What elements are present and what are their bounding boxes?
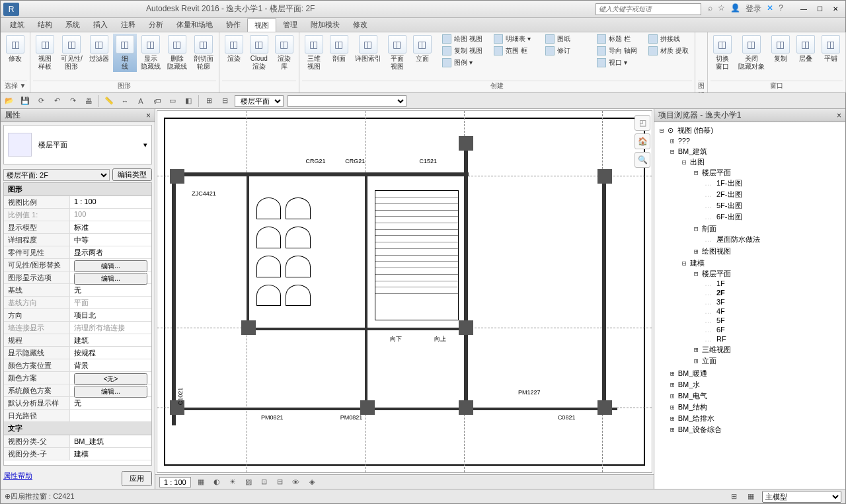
ribbon-mini-图例▾[interactable]: 图例 ▾ xyxy=(440,57,486,68)
prop-group-文字[interactable]: 文字 xyxy=(4,422,151,435)
qa-save-icon[interactable]: 💾 xyxy=(19,95,31,107)
tree-node-5F[interactable]: …5F xyxy=(705,316,837,324)
qa-sync-icon[interactable]: ⟳ xyxy=(35,95,47,107)
prop-value[interactable]: 中等 xyxy=(70,234,151,246)
qa-print-icon[interactable]: 🖶 xyxy=(83,95,95,107)
drawing-canvas[interactable]: CRG21 CRG21 C1521 ZJC4421 向下 向上 PM0821 P… xyxy=(157,110,652,473)
hide-icon[interactable]: 👁 xyxy=(290,476,302,488)
user-icon[interactable]: 👤 xyxy=(730,3,740,15)
ribbon-btn-三维视图[interactable]: ◫三维 视图 xyxy=(302,34,326,72)
prop-value[interactable]: 无 xyxy=(70,284,151,296)
prop-value[interactable]: 项目北 xyxy=(70,309,151,321)
tree-node-BM_电气[interactable]: ⊞BM_电气 xyxy=(669,391,841,401)
ribbon-btn-关闭隐藏对象[interactable]: ◫关闭 隐藏对象 xyxy=(736,34,767,72)
qa-section-icon[interactable]: ◧ xyxy=(182,95,194,107)
prop-group-图形[interactable]: 图形 xyxy=(4,183,151,196)
ribbon-mini-视口▾[interactable]: 视口 ▾ xyxy=(594,57,640,68)
tree-node-三维视图[interactable]: ⊞三维视图 xyxy=(693,345,839,355)
ribbon-btn-切换窗口[interactable]: ◫切换 窗口 xyxy=(711,34,734,72)
app-logo[interactable]: R xyxy=(3,3,19,16)
tree-node-立面[interactable]: ⊞立面 xyxy=(693,356,839,366)
instance-combo[interactable]: 楼层平面: 2F xyxy=(3,169,110,181)
ribbon-btn-显示隐藏线[interactable]: ◫显示 隐藏线 xyxy=(138,34,163,72)
qa-close-icon[interactable]: ⊟ xyxy=(219,95,231,107)
qa-redo-icon[interactable]: ↷ xyxy=(67,95,79,107)
menu-系统[interactable]: 系统 xyxy=(59,18,87,31)
ribbon-btn-删除隐藏线[interactable]: ◫删除 隐藏线 xyxy=(165,34,190,72)
tree-node-6F-出图[interactable]: …6F-出图 xyxy=(705,212,837,222)
prop-value[interactable]: 编辑... xyxy=(70,271,151,283)
menu-视图[interactable]: 视图 xyxy=(247,18,276,32)
ribbon-mini-图纸[interactable]: 图纸 xyxy=(543,34,589,44)
tree-node-BM_水[interactable]: ⊞BM_水 xyxy=(669,380,841,390)
exchange-icon[interactable]: ✕ xyxy=(767,3,773,15)
qa-undo-icon[interactable]: ↶ xyxy=(51,95,63,107)
reveal-icon[interactable]: ◈ xyxy=(306,476,318,488)
detail-level-icon[interactable]: ▦ xyxy=(195,476,207,488)
menu-插入[interactable]: 插入 xyxy=(87,18,114,31)
tree-node-RF[interactable]: …RF xyxy=(705,335,837,343)
ribbon-btn-过滤器[interactable]: ◫过滤器 xyxy=(87,34,112,64)
tree-node-5F-出图[interactable]: …5F-出图 xyxy=(705,201,837,211)
prop-value[interactable]: 1 : 100 xyxy=(70,196,151,208)
tree-node-BM_设备综合[interactable]: ⊞BM_设备综合 xyxy=(669,425,841,435)
minimize-button[interactable]: — xyxy=(796,3,811,15)
tree-node-楼层平面[interactable]: ⊟楼层平面 xyxy=(693,269,839,279)
menu-附加模块[interactable]: 附加模块 xyxy=(304,18,346,31)
ribbon-mini-修订[interactable]: 修订 xyxy=(543,46,589,56)
tree-node-出图[interactable]: ⊟出图 xyxy=(681,157,840,167)
ribbon-mini-导向轴网[interactable]: 导向 轴网 xyxy=(594,46,640,56)
ribbon-btn-可见性/图形[interactable]: ◫可见性/ 图形 xyxy=(58,34,85,72)
tree-node-2F-出图[interactable]: …2F-出图 xyxy=(705,190,837,199)
tree-node-BM_给排水[interactable]: ⊞BM_给排水 xyxy=(669,414,841,423)
ribbon-btn-层叠[interactable]: ◫层叠 xyxy=(794,34,818,64)
ribbon-btn-细线[interactable]: ◫细 线 xyxy=(113,34,137,72)
maximize-button[interactable]: ☐ xyxy=(812,3,827,15)
ribbon-btn-渲染库[interactable]: ◫渲染 库 xyxy=(272,34,296,72)
tree-node-绘图视图[interactable]: ⊞绘图视图 xyxy=(693,246,839,256)
close-button[interactable]: ✕ xyxy=(828,3,843,15)
properties-close-icon[interactable]: × xyxy=(146,111,151,120)
browser-close-icon[interactable]: × xyxy=(837,111,841,120)
star-icon[interactable]: ☆ xyxy=(718,3,725,15)
visual-style-icon[interactable]: ◐ xyxy=(211,476,223,488)
menu-体量和场地[interactable]: 体量和场地 xyxy=(170,18,219,31)
prop-value[interactable]: BM_建筑 xyxy=(70,435,151,447)
prop-value[interactable]: 背景 xyxy=(70,359,151,371)
search-input[interactable] xyxy=(596,3,701,15)
ribbon-btn-渲染[interactable]: ◫渲染 xyxy=(222,34,246,64)
tree-node-1F[interactable]: …1F xyxy=(705,279,837,287)
apply-button[interactable]: 应用 xyxy=(122,471,152,486)
ribbon-btn-修改[interactable]: ◫修改 xyxy=(3,34,27,64)
ribbon-mini-明细表▾[interactable]: 明细表 ▾ xyxy=(491,34,537,44)
qa-window-icon[interactable]: ⊞ xyxy=(203,95,215,107)
tree-node-BM_暖通[interactable]: ⊞BM_暖通 xyxy=(669,369,841,378)
search-icon[interactable]: ⌕ xyxy=(708,3,712,15)
qa-tag-icon[interactable]: 🏷 xyxy=(151,95,163,107)
ribbon-mini-材质提取[interactable]: 材质 提取 xyxy=(646,46,692,56)
login-link[interactable]: 登录 xyxy=(746,3,761,15)
tree-node-6F[interactable]: …6F xyxy=(705,326,837,334)
ribbon-btn-Cloud渲染[interactable]: ◫Cloud 渲染 xyxy=(247,34,271,72)
ribbon-btn-剖切面轮廓[interactable]: ◫剖切面 轮廓 xyxy=(191,34,216,72)
prop-value[interactable] xyxy=(70,410,151,421)
tree-node-剖面[interactable]: ⊟剖面 xyxy=(693,224,839,234)
menu-协作[interactable]: 协作 xyxy=(219,18,247,31)
tree-node-3F[interactable]: …3F xyxy=(705,298,837,306)
tree-node-1F-出图[interactable]: …1F-出图 xyxy=(705,178,837,188)
menu-结构[interactable]: 结构 xyxy=(31,18,59,31)
nav-cube-icon[interactable]: ◰ xyxy=(634,115,650,131)
properties-help-link[interactable]: 属性帮助 xyxy=(3,471,32,486)
ribbon-btn-剖面[interactable]: ◫剖面 xyxy=(327,34,351,64)
view-type-combo[interactable]: 楼层平面 xyxy=(235,95,284,107)
view-combo[interactable] xyxy=(288,95,406,107)
ribbon-btn-复制[interactable]: ◫复制 xyxy=(769,34,792,64)
qa-align-icon[interactable]: ↔ xyxy=(119,95,131,107)
ribbon-btn-平铺[interactable]: ◫平铺 xyxy=(819,34,843,64)
tree-node-BM_结构[interactable]: ⊞BM_结构 xyxy=(669,402,841,412)
qa-measure-icon[interactable]: 📏 xyxy=(103,95,115,107)
tree-node-BM_建筑[interactable]: ⊟BM_建筑 xyxy=(669,147,841,157)
worksets-combo[interactable]: 主模型 xyxy=(762,491,841,503)
qa-open-icon[interactable]: 📂 xyxy=(3,95,15,107)
project-tree[interactable]: ⊟ ⊙ 视图 (怕慕)⊞???⊟BM_建筑⊟出图⊟楼层平面…1F-出图…2F-出… xyxy=(654,122,845,489)
